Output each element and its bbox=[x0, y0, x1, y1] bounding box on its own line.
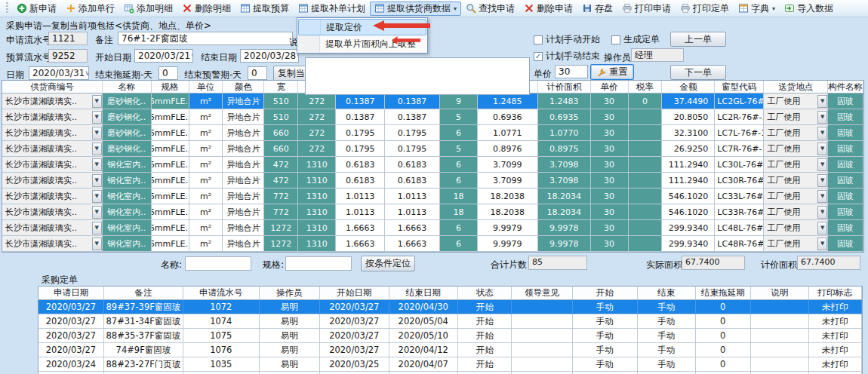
cell[interactable] bbox=[751, 314, 809, 329]
column-header[interactable]: 结束日期 bbox=[389, 287, 458, 300]
cell[interactable]: 2020/05/04 bbox=[389, 314, 458, 329]
cell[interactable] bbox=[629, 157, 663, 173]
cell[interactable]: 772 bbox=[264, 189, 298, 204]
cell[interactable]: 0.1387 bbox=[336, 94, 385, 109]
column-header[interactable]: 状态 bbox=[458, 287, 512, 300]
cell[interactable]: m² bbox=[189, 220, 223, 236]
cell[interactable]: 472 bbox=[264, 173, 298, 189]
cell[interactable]: 9.9978 bbox=[538, 220, 591, 236]
cell[interactable]: 18.2038 bbox=[478, 189, 538, 204]
cell[interactable]: 87#31-34F窗固玻 bbox=[104, 314, 183, 329]
cell[interactable]: 0 bbox=[696, 357, 751, 372]
cell[interactable]: 工厂使用▼ bbox=[764, 125, 828, 141]
cell[interactable]: 1.6663 bbox=[336, 220, 385, 236]
cell[interactable]: m² bbox=[189, 109, 223, 125]
cell[interactable]: 钢化室内.. bbox=[103, 173, 152, 189]
table-row[interactable]: 长沙市潇湘玻璃实..▼钢化室内..6mmFLE..m²异地合片77213101.… bbox=[2, 204, 863, 220]
cell[interactable]: LC30L-76#.. bbox=[715, 157, 764, 173]
cell[interactable]: 30 bbox=[591, 109, 629, 125]
cell[interactable]: 9.9978 bbox=[538, 236, 591, 252]
cell[interactable]: 手动 bbox=[573, 343, 638, 357]
cell[interactable]: 0.1795 bbox=[385, 125, 440, 141]
column-header[interactable]: 开始 bbox=[573, 287, 638, 300]
cell[interactable]: 272 bbox=[298, 125, 336, 141]
cell[interactable]: 18 bbox=[440, 204, 478, 220]
cell[interactable]: 1.2483 bbox=[538, 94, 591, 109]
cell[interactable]: 0 bbox=[696, 329, 751, 343]
cell[interactable]: 9.9979 bbox=[478, 236, 538, 252]
toolbar-button-11[interactable]: 打印申请 bbox=[617, 2, 676, 16]
cell[interactable]: 工厂使用▼ bbox=[764, 236, 828, 252]
cell[interactable]: m² bbox=[189, 189, 223, 204]
column-header[interactable]: 开始日期 bbox=[320, 287, 389, 300]
cell[interactable]: 未打印 bbox=[809, 314, 862, 329]
cell[interactable]: 2020/03/27 bbox=[320, 343, 389, 357]
cell[interactable]: 固玻 bbox=[828, 109, 863, 125]
cell[interactable]: 2020/03/27 bbox=[38, 329, 104, 343]
cell[interactable]: 开始 bbox=[458, 314, 512, 329]
cell[interactable] bbox=[629, 189, 663, 204]
cell[interactable]: LC2GL-76#.. bbox=[715, 94, 764, 109]
cell[interactable]: 长沙市潇湘玻璃实..▼ bbox=[2, 204, 103, 220]
cell[interactable]: 异地合片 bbox=[223, 141, 264, 157]
cell[interactable]: 546.1020 bbox=[662, 204, 715, 220]
cell[interactable]: 6 bbox=[440, 220, 478, 236]
filter-spec-input[interactable] bbox=[285, 256, 352, 271]
column-header[interactable]: 操作员 bbox=[260, 287, 320, 300]
cell[interactable] bbox=[629, 109, 663, 125]
toolbar-button-9[interactable]: 删除申请 bbox=[519, 2, 577, 16]
cell[interactable]: 未打印 bbox=[809, 329, 862, 343]
cell[interactable]: m² bbox=[189, 157, 223, 173]
cell[interactable]: 30 bbox=[591, 141, 629, 157]
column-header[interactable]: 结束拖延期 bbox=[696, 287, 751, 300]
cell[interactable]: 660 bbox=[264, 125, 298, 141]
cell[interactable]: 钢化室内.. bbox=[103, 189, 152, 204]
column-header[interactable]: 送货地点 bbox=[764, 81, 828, 94]
table-row[interactable]: 长沙市潇湘玻璃实..▼磨砂钢化..6mmFLE..m²异地合片6602720.1… bbox=[2, 125, 863, 141]
cell[interactable]: 异地合片 bbox=[223, 220, 264, 236]
cell[interactable]: 异地合片 bbox=[223, 157, 264, 173]
cell-dropdown-button[interactable]: ▼ bbox=[92, 174, 102, 187]
cell[interactable]: 0.6183 bbox=[385, 157, 440, 173]
cell[interactable]: 0.8975 bbox=[538, 141, 591, 157]
cell[interactable]: 长沙市潇湘玻璃实..▼ bbox=[2, 94, 103, 109]
cell[interactable]: 0.1795 bbox=[336, 141, 385, 157]
cell[interactable]: 0.6935 bbox=[538, 109, 591, 125]
cell[interactable]: LC2R-76#-1F bbox=[715, 109, 764, 125]
cell[interactable]: 272 bbox=[298, 141, 336, 157]
table-row[interactable]: 2020/03/2488#23-27F门页玻1035易明2020/03/2520… bbox=[38, 357, 862, 372]
cell[interactable]: 固玻 bbox=[828, 125, 863, 141]
cell[interactable]: 手动 bbox=[573, 300, 638, 314]
cell[interactable]: 1310 bbox=[298, 189, 336, 204]
cell[interactable]: 异地合片 bbox=[223, 189, 264, 204]
table-row[interactable]: 长沙市潇湘玻璃实..▼钢化室内..6mmFLE..m²异地合片47213100.… bbox=[2, 157, 863, 173]
cell[interactable]: 固玻 bbox=[828, 141, 863, 157]
locate-by-condition-button[interactable]: 按条件定位 bbox=[361, 256, 415, 271]
cell[interactable]: 1310 bbox=[298, 236, 336, 252]
cell[interactable]: 510 bbox=[264, 109, 298, 125]
cell[interactable]: LC7R-76#-1FO bbox=[715, 141, 764, 157]
cell[interactable]: 2020/05/10 bbox=[389, 329, 458, 343]
cell[interactable]: 1.6663 bbox=[385, 220, 440, 236]
manual-start-checkbox[interactable]: 计划手动开始 bbox=[534, 33, 600, 46]
cell[interactable]: 钢化室内.. bbox=[103, 157, 152, 173]
cell-dropdown-button[interactable]: ▼ bbox=[92, 127, 102, 139]
date-combo[interactable]: 2020/03/31∨ bbox=[29, 66, 89, 80]
cell[interactable]: 0.6183 bbox=[336, 173, 385, 189]
column-header[interactable]: 名称 bbox=[103, 81, 152, 94]
cell[interactable] bbox=[512, 357, 572, 372]
toolbar-button-10[interactable]: 存盘 bbox=[577, 2, 617, 16]
table-row[interactable]: 2020/03/2789#37-39F窗固玻1072易明2020/03/2720… bbox=[38, 300, 862, 314]
cell[interactable]: 0 bbox=[696, 314, 751, 329]
cell[interactable]: LC30R-76#.. bbox=[715, 173, 764, 189]
cell-dropdown-button[interactable]: ▼ bbox=[817, 143, 827, 155]
cell-dropdown-button[interactable]: ▼ bbox=[92, 206, 102, 219]
cell[interactable]: 6mmFLE.. bbox=[152, 157, 189, 173]
toolbar-button-8[interactable]: 查找申请 bbox=[461, 2, 519, 16]
cell[interactable]: 手动 bbox=[638, 343, 696, 357]
cell[interactable]: 9 bbox=[440, 94, 478, 109]
cell[interactable]: 1310 bbox=[298, 173, 336, 189]
column-header[interactable]: 颜色 bbox=[223, 81, 264, 94]
cell[interactable]: 异地合片 bbox=[223, 204, 264, 220]
remark-input[interactable]: 76#1-2F窗固玻 bbox=[118, 32, 293, 45]
